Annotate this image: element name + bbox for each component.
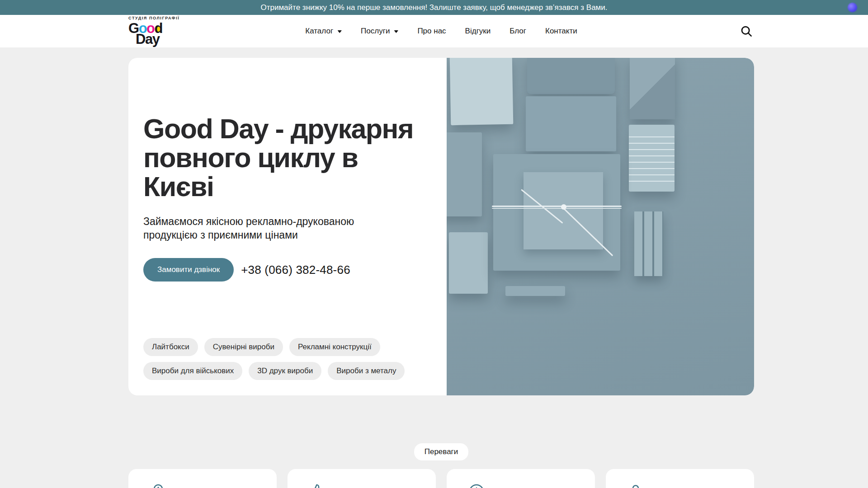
nav-item-services[interactable]: Послуги (361, 27, 398, 36)
page-title: Good Day - друкарня повного циклу в Києв… (143, 114, 429, 201)
benefits-section-label: Переваги (414, 443, 469, 460)
benefits-cards (128, 469, 754, 488)
logo-tagline: студія поліграфії (128, 16, 179, 20)
benefit-card-clients (606, 469, 754, 488)
logo-word-day: Day (128, 32, 179, 46)
tag-souvenirs[interactable]: Сувенірні вироби (204, 338, 283, 356)
nav-item-about[interactable]: Про нас (417, 27, 446, 36)
search-icon[interactable] (739, 23, 754, 39)
benefit-card-approval (288, 469, 436, 488)
main-nav: Каталог Послуги Про нас Відгуки Блог Кон… (305, 27, 577, 36)
nav-item-reviews[interactable]: Відгуки (465, 27, 491, 36)
tag-lightboxes[interactable]: Лайтбокси (143, 338, 198, 356)
benefit-card-speed (447, 469, 595, 488)
chevron-down-icon (337, 30, 342, 33)
order-call-button[interactable]: Замовити дзвінок (143, 258, 234, 282)
chevron-down-icon (394, 30, 398, 33)
benefit-card-quality (128, 469, 277, 488)
nav-item-catalog[interactable]: Каталог (305, 27, 342, 36)
discount-banner-text: Отримайте знижку 10% на перше замовлення… (260, 3, 607, 12)
nav-item-contacts[interactable]: Контакти (545, 27, 577, 36)
hero-card: Good Day - друкарня повного циклу в Києв… (128, 58, 754, 395)
site-header: студія поліграфії Good Day Каталог Послу… (0, 15, 868, 47)
phone-number[interactable]: +38 (066) 382-48-66 (241, 263, 350, 277)
recording-indicator-dot (848, 3, 857, 12)
hero-image-paper-flatlay (447, 58, 754, 395)
discount-banner: Отримайте знижку 10% на перше замовлення… (0, 0, 868, 15)
nav-item-blog[interactable]: Блог (509, 27, 526, 36)
tag-military-products[interactable]: Вироби для військових (143, 362, 242, 380)
tag-ad-constructions[interactable]: Рекламні конструкції (289, 338, 380, 356)
hero-tags: Лайтбокси Сувенірні вироби Рекламні конс… (143, 338, 405, 380)
hero-subtitle: Займаємося якісною рекламно-друкованою п… (143, 215, 378, 242)
logo[interactable]: студія поліграфії Good Day (128, 16, 179, 46)
tag-metal-products[interactable]: Вироби з металу (328, 362, 405, 380)
tag-3d-print[interactable]: 3D друк вироби (249, 362, 321, 380)
